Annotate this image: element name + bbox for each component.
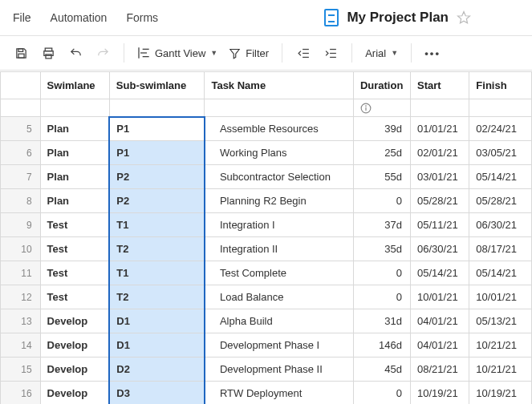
cell-start[interactable]: 10/01/21 — [411, 285, 469, 309]
cell-duration[interactable]: 0 — [353, 382, 410, 405]
cell-finish[interactable]: 10/21/21 — [469, 333, 532, 358]
cell-duration[interactable]: 37d — [353, 213, 410, 237]
cell-task-name[interactable]: Integration II — [205, 237, 353, 261]
cell-swimlane[interactable]: Test — [40, 261, 109, 285]
table-row[interactable]: 6PlanP1Working Plans25d02/01/2103/05/21 — [1, 141, 532, 165]
cell-finish[interactable]: 02/24/21 — [469, 117, 532, 141]
cell-finish[interactable]: 05/14/21 — [469, 261, 532, 285]
cell-sub-swimlane[interactable]: D2 — [109, 358, 205, 382]
cell-start[interactable]: 05/14/21 — [411, 261, 469, 285]
cell-finish[interactable]: 06/30/21 — [469, 213, 532, 237]
header-rownum[interactable] — [1, 72, 41, 99]
cell-task-name[interactable]: Test Complete — [205, 261, 353, 285]
cell-finish[interactable]: 10/19/21 — [469, 382, 532, 405]
cell-start[interactable]: 05/28/21 — [411, 189, 469, 213]
row-number[interactable]: 16 — [1, 382, 41, 405]
header-sub-swimlane[interactable]: Sub-swimlane — [109, 72, 205, 99]
filter-button[interactable]: Filter — [224, 40, 274, 66]
table-row[interactable]: 16DevelopD3RTW Deployment010/19/2110/19/… — [1, 382, 532, 405]
cell-swimlane[interactable]: Plan — [40, 141, 109, 165]
table-row[interactable]: 10TestT2Integration II35d06/30/2108/17/2… — [1, 237, 532, 261]
cell-start[interactable]: 02/01/21 — [411, 141, 469, 165]
print-icon[interactable] — [35, 40, 61, 66]
cell-task-name[interactable]: Working Plans — [205, 141, 353, 165]
cell-swimlane[interactable]: Develop — [40, 382, 109, 405]
undo-icon[interactable] — [63, 40, 88, 66]
cell-start[interactable]: 05/11/21 — [411, 213, 469, 237]
cell-duration[interactable]: 0 — [353, 285, 410, 309]
cell-sub-swimlane[interactable]: P1 — [109, 141, 205, 165]
cell-finish[interactable]: 03/05/21 — [469, 141, 532, 165]
cell-swimlane[interactable]: Develop — [40, 333, 109, 358]
cell-task-name[interactable]: Development Phase II — [205, 358, 353, 382]
header-task-name[interactable]: Task Name — [205, 72, 353, 99]
cell-start[interactable]: 03/01/21 — [411, 165, 469, 189]
cell-task-name[interactable]: Assemble Resources — [205, 117, 353, 141]
header-duration[interactable]: Duration — [353, 72, 410, 99]
cell-swimlane[interactable]: Plan — [40, 189, 109, 213]
cell-sub-swimlane[interactable]: D1 — [109, 309, 205, 333]
header-swimlane[interactable]: Swimlane — [40, 72, 109, 99]
row-number[interactable]: 5 — [1, 117, 41, 141]
table-row[interactable]: 7PlanP2Subcontractor Selection55d03/01/2… — [1, 165, 532, 189]
cell-sub-swimlane[interactable]: P2 — [109, 165, 205, 189]
cell-sub-swimlane[interactable]: T1 — [109, 213, 205, 237]
cell-finish[interactable]: 10/01/21 — [469, 285, 532, 309]
row-number[interactable]: 10 — [1, 237, 41, 261]
cell-task-name[interactable]: Load Balance — [205, 285, 353, 309]
table-row[interactable]: 9TestT1Integration I37d05/11/2106/30/21 — [1, 213, 532, 237]
row-number[interactable]: 14 — [1, 333, 41, 358]
more-menu-icon[interactable]: ••• — [420, 40, 445, 66]
header-start[interactable]: Start — [411, 72, 469, 99]
cell-sub-swimlane[interactable]: P1 — [109, 117, 205, 141]
cell-start[interactable]: 06/30/21 — [411, 237, 469, 261]
cell-sub-swimlane[interactable]: T1 — [109, 261, 205, 285]
cell-sub-swimlane[interactable]: D3 — [109, 382, 205, 405]
data-grid[interactable]: Swimlane Sub-swimlane Task Name Duration… — [0, 71, 532, 404]
favorite-star-icon[interactable] — [457, 10, 471, 25]
cell-sub-swimlane[interactable]: D1 — [109, 333, 205, 358]
cell-start[interactable]: 10/19/21 — [411, 382, 469, 405]
cell-duration[interactable]: 39d — [353, 117, 410, 141]
menu-file[interactable]: File — [13, 11, 31, 24]
cell-start[interactable]: 08/21/21 — [411, 358, 469, 382]
row-number[interactable]: 15 — [1, 358, 41, 382]
cell-duration[interactable]: 35d — [353, 237, 410, 261]
cell-finish[interactable]: 05/14/21 — [469, 165, 532, 189]
cell-swimlane[interactable]: Test — [40, 237, 109, 261]
cell-finish[interactable]: 05/28/21 — [469, 189, 532, 213]
outdent-icon[interactable] — [290, 40, 316, 66]
cell-duration[interactable]: 25d — [353, 141, 410, 165]
cell-start[interactable]: 04/01/21 — [411, 309, 469, 333]
table-row[interactable]: 15DevelopD2Development Phase II45d08/21/… — [1, 358, 532, 382]
table-row[interactable]: 12TestT2Load Balance010/01/2110/01/21 — [1, 285, 532, 309]
cell-swimlane[interactable]: Test — [40, 285, 109, 309]
cell-duration[interactable]: 0 — [353, 261, 410, 285]
header-finish[interactable]: Finish — [469, 72, 532, 99]
row-number[interactable]: 13 — [1, 309, 41, 333]
table-row[interactable]: 8PlanP2Planning R2 Begin005/28/2105/28/2… — [1, 189, 532, 213]
table-row[interactable]: 5PlanP1Assemble Resources39d01/01/2102/2… — [1, 117, 532, 141]
save-icon[interactable] — [8, 40, 34, 66]
indent-icon[interactable] — [318, 40, 343, 66]
cell-duration[interactable]: 146d — [353, 333, 410, 358]
cell-task-name[interactable]: Integration I — [205, 213, 353, 237]
cell-swimlane[interactable]: Develop — [40, 309, 109, 333]
table-row[interactable]: 14DevelopD1Development Phase I146d04/01/… — [1, 333, 532, 358]
cell-sub-swimlane[interactable]: T2 — [109, 237, 205, 261]
cell-swimlane[interactable]: Plan — [40, 165, 109, 189]
info-icon[interactable] — [353, 99, 410, 117]
cell-duration[interactable]: 0 — [353, 189, 410, 213]
row-number[interactable]: 9 — [1, 213, 41, 237]
cell-start[interactable]: 01/01/21 — [411, 117, 469, 141]
row-number[interactable]: 11 — [1, 261, 41, 285]
cell-swimlane[interactable]: Test — [40, 213, 109, 237]
table-row[interactable]: 13DevelopD1Alpha Build31d04/01/2105/13/2… — [1, 309, 532, 333]
cell-task-name[interactable]: Planning R2 Begin — [205, 189, 353, 213]
cell-duration[interactable]: 31d — [353, 309, 410, 333]
table-row[interactable]: 11TestT1Test Complete005/14/2105/14/21 — [1, 261, 532, 285]
menu-automation[interactable]: Automation — [51, 11, 108, 24]
view-selector[interactable]: Gantt View ▼ — [132, 40, 222, 66]
row-number[interactable]: 12 — [1, 285, 41, 309]
cell-task-name[interactable]: Development Phase I — [205, 333, 353, 358]
